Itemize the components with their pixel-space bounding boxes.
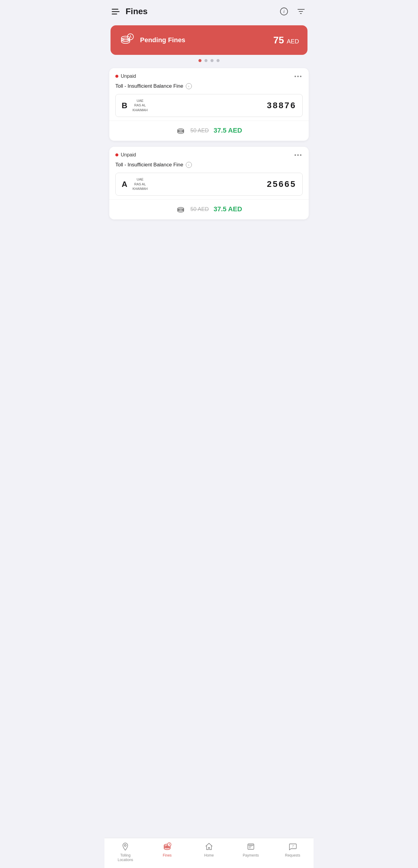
plate-letter-2: A xyxy=(122,180,128,189)
plate-number-1: 38876 xyxy=(267,101,296,110)
app-header: Fines i xyxy=(104,0,314,22)
dot-1[interactable] xyxy=(198,59,201,62)
dot-4[interactable] xyxy=(217,59,220,62)
banner-label: Pending Fines xyxy=(140,36,185,44)
coin-icon-2 xyxy=(176,204,186,214)
header-left: Fines xyxy=(112,7,148,16)
discounted-amount-1: 37.5 AED xyxy=(214,127,242,134)
plate-1: B UAE RAS AL KHAIMAH 38876 xyxy=(115,94,303,117)
plate-number-2: 25665 xyxy=(267,179,296,189)
info-button[interactable]: i xyxy=(279,6,289,17)
fine-type-label-2: Toll - Insufficient Balance Fine › xyxy=(109,161,309,173)
original-amount-1: 50 AED xyxy=(190,127,209,134)
fine-card-1: Unpaid Toll - Insufficient Balance Fine … xyxy=(109,68,309,141)
status-label-1: Unpaid xyxy=(121,73,136,79)
plate-2: A UAE RAS AL KHAIMAH 25665 xyxy=(115,173,303,195)
menu-button[interactable] xyxy=(112,9,120,14)
discounted-amount-2: 37.5 AED xyxy=(214,205,242,213)
fine-card-2: Unpaid Toll - Insufficient Balance Fine … xyxy=(109,147,309,219)
banner-amount-group: 75 AED xyxy=(273,35,299,46)
svg-text:i: i xyxy=(283,9,285,14)
status-label-2: Unpaid xyxy=(121,152,136,158)
more-options-2[interactable] xyxy=(293,153,303,157)
fine-info-icon-2[interactable]: › xyxy=(186,162,192,168)
carousel-dots xyxy=(104,59,314,62)
fine-type-label-1: Toll - Insufficient Balance Fine › xyxy=(109,82,309,94)
banner-amount: 75 AED xyxy=(273,35,299,45)
plate-region-1: UAE RAS AL KHAIMAH xyxy=(132,98,148,113)
status-dot-2 xyxy=(115,153,118,156)
page-title: Fines xyxy=(126,7,148,16)
original-amount-2: 50 AED xyxy=(190,206,209,213)
unpaid-badge-2: Unpaid xyxy=(115,152,136,158)
amount-row-1: 50 AED 37.5 AED xyxy=(109,121,309,141)
status-dot-1 xyxy=(115,75,118,78)
header-icons: i xyxy=(279,6,306,17)
dot-3[interactable] xyxy=(211,59,214,62)
filter-button[interactable] xyxy=(295,6,306,17)
plate-letter-1: B xyxy=(122,101,128,110)
pending-fines-icon xyxy=(119,32,135,48)
card-1-header: Unpaid xyxy=(109,68,309,82)
coin-icon-1 xyxy=(176,126,186,135)
card-2-header: Unpaid xyxy=(109,147,309,161)
unpaid-badge-1: Unpaid xyxy=(115,73,136,79)
amount-row-2: 50 AED 37.5 AED xyxy=(109,199,309,219)
plate-region-2: UAE RAS AL KHAIMAH xyxy=(132,177,148,191)
svg-marker-2 xyxy=(304,9,304,10)
banner-left: Pending Fines xyxy=(119,32,185,48)
more-options-1[interactable] xyxy=(293,74,303,79)
dot-2[interactable] xyxy=(204,59,207,62)
pending-fines-banner[interactable]: Pending Fines 75 AED xyxy=(110,25,308,55)
fine-info-icon-1[interactable]: › xyxy=(186,83,192,89)
main-content: Pending Fines 75 AED Unpaid Toll - Insuf xyxy=(104,25,314,255)
